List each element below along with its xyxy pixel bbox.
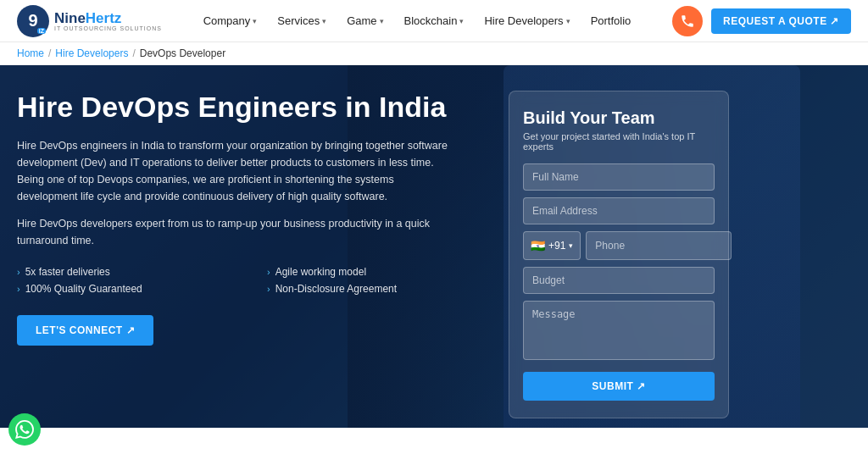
build-team-form: Build Your Team Get your project started… [509, 91, 729, 418]
chevron-right-icon: › [267, 267, 270, 277]
whatsapp-icon [15, 420, 34, 439]
hero-title: Hire DevOps Engineers in India [17, 91, 492, 124]
phone-button[interactable] [672, 6, 703, 36]
phone-icon [680, 14, 695, 29]
breadcrumb-home[interactable]: Home [17, 47, 44, 59]
nav-item-hire-developers[interactable]: Hire Developers ▾ [476, 9, 578, 32]
form-subtitle: Get your project started with India's to… [523, 131, 715, 152]
breadcrumb-current: DevOps Developer [140, 47, 225, 59]
breadcrumb-separator: / [132, 47, 135, 59]
country-code-selector[interactable]: 🇮🇳 +91 ▾ [523, 231, 581, 260]
phone-row: 🇮🇳 +91 ▾ [523, 231, 715, 260]
whatsapp-button[interactable] [8, 413, 41, 446]
nav-actions: REQUEST A QUOTE ↗ [672, 6, 851, 36]
message-input[interactable] [523, 301, 715, 360]
hero-content: Hire DevOps Engineers in India Hire DevO… [0, 65, 868, 428]
feature-label-3: 100% Quality Guaranteed [25, 283, 142, 295]
submit-button[interactable]: SUBMIT ↗ [523, 372, 715, 401]
dropdown-icon: ▾ [569, 241, 573, 250]
budget-input[interactable] [523, 267, 715, 294]
flag-icon: 🇮🇳 [531, 239, 545, 252]
breadcrumb-separator: / [48, 47, 51, 59]
feature-item-2: › Agile working model [267, 266, 492, 278]
request-quote-button[interactable]: REQUEST A QUOTE ↗ [711, 8, 851, 34]
nav-item-portfolio[interactable]: Portfolio [582, 9, 640, 32]
hero-section: Hire DevOps Engineers in India Hire DevO… [0, 65, 868, 428]
breadcrumb-hire-developers[interactable]: Hire Developers [55, 47, 128, 59]
hero-description-1: Hire DevOps engineers in India to transf… [17, 137, 449, 205]
feature-item-1: › 5x faster deliveries [17, 266, 242, 278]
hero-description-2: Hire DevOps developers expert from us to… [17, 215, 449, 249]
chevron-down-icon: ▾ [322, 17, 326, 25]
chevron-down-icon: ▾ [253, 17, 257, 25]
form-title: Build Your Team [523, 108, 715, 128]
chevron-right-icon: › [17, 284, 20, 294]
nav-links: Company ▾ Services ▾ Game ▾ Blockchain ▾… [195, 9, 640, 32]
email-input[interactable] [523, 197, 715, 224]
hero-form-panel: Build Your Team Get your project started… [509, 91, 729, 402]
feature-item-3: › 100% Quality Guaranteed [17, 283, 242, 295]
logo[interactable]: 9 IZ NineHertz IT Outsourcing Solutions [17, 5, 162, 37]
feature-label-1: 5x faster deliveries [25, 266, 110, 278]
logo-initial: 9 [28, 11, 37, 30]
hero-left: Hire DevOps Engineers in India Hire DevO… [17, 91, 509, 402]
nav-item-blockchain[interactable]: Blockchain ▾ [396, 9, 473, 32]
logo-text: NineHertz IT Outsourcing Solutions [54, 11, 162, 31]
chevron-down-icon: ▾ [380, 17, 384, 25]
phone-input[interactable] [586, 231, 732, 260]
lets-connect-button[interactable]: LET'S CONNECT ↗ [17, 315, 153, 346]
nav-item-services[interactable]: Services ▾ [269, 9, 335, 32]
chevron-right-icon: › [267, 284, 270, 294]
country-code: +91 [548, 240, 565, 252]
full-name-input[interactable] [523, 163, 715, 191]
logo-icon: 9 IZ [17, 5, 49, 37]
chevron-down-icon: ▾ [459, 17, 464, 25]
feature-label-4: Non-Disclosure Agreement [275, 283, 397, 295]
chevron-down-icon: ▾ [566, 17, 570, 25]
hero-features: › 5x faster deliveries › Agile working m… [17, 266, 492, 295]
nav-item-company[interactable]: Company ▾ [195, 9, 266, 32]
feature-item-4: › Non-Disclosure Agreement [267, 283, 492, 295]
breadcrumb: Home / Hire Developers / DevOps Develope… [0, 42, 868, 65]
nav-item-game[interactable]: Game ▾ [338, 9, 392, 32]
feature-label-2: Agile working model [275, 266, 366, 278]
navbar: 9 IZ NineHertz IT Outsourcing Solutions … [0, 0, 868, 42]
chevron-right-icon: › [17, 267, 20, 277]
